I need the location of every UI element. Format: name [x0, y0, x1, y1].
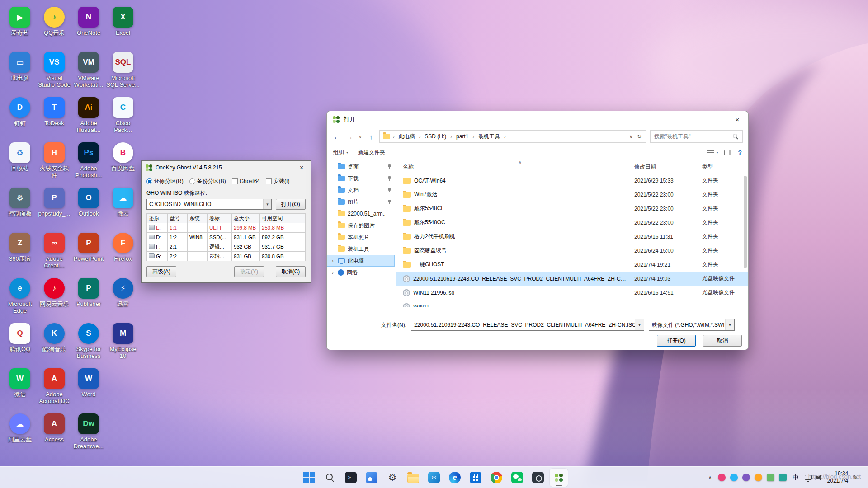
desktop-icon[interactable]: S Skype for Business [71, 321, 106, 366]
column-header[interactable]: 还原 [147, 214, 168, 223]
column-header[interactable]: 总大小 [232, 214, 260, 223]
column-header[interactable]: 类型 [698, 163, 748, 171]
tray-icon-4[interactable] [755, 474, 762, 481]
戴尔5548CL[interactable]: 戴尔5548CL 2021/5/22 23:00 文件夹 [396, 202, 748, 216]
forward-button[interactable]: → [345, 133, 354, 141]
sidebar-item[interactable]: › 网络 [327, 267, 395, 278]
desktop-icon[interactable]: W 微信 [3, 366, 37, 411]
breadcrumb-item[interactable]: SSD (H:) › [422, 132, 453, 141]
WIN11...[interactable]: WIN11... [396, 300, 748, 307]
address-dropdown-icon[interactable]: ∨ [629, 134, 633, 140]
desktop-icon[interactable]: D 钉钉 [3, 95, 37, 140]
scrollbar-thumb[interactable] [744, 176, 747, 268]
image-path-combobox[interactable]: C:\GHOST\D_WIN8.GHO ▾ [146, 199, 272, 210]
backup-partition-radio[interactable]: 备份分区(B) [189, 178, 226, 185]
search-box[interactable]: 搜索"装机工具" [650, 130, 743, 143]
desktop-icon[interactable]: SQL Microsoft SQL Serve... [106, 50, 140, 95]
expand-chevron-icon[interactable]: › [330, 258, 335, 263]
desktop-icon[interactable]: P Publisher [71, 276, 106, 321]
onekey-ghost-app[interactable] [550, 469, 568, 487]
file-explorer[interactable] [404, 469, 422, 487]
breadcrumb-item[interactable]: 此电脑 › [396, 131, 421, 142]
一键GHOST[interactable]: 一键GHOST 2021/7/4 19:21 文件夹 [396, 258, 748, 272]
sidebar-item[interactable]: › 此电脑 [327, 255, 395, 267]
edge-browser[interactable]: e [446, 469, 464, 487]
cancel-button[interactable]: 取消(C) [276, 266, 306, 277]
filetype-combobox[interactable]: 映像文件 (*.GHO;*.WIM;*.SWI ▾ [649, 319, 735, 331]
network-icon[interactable] [805, 475, 812, 480]
desktop-icon[interactable]: Z 360压缩 [3, 230, 37, 276]
desktop-icon[interactable]: ⚙ 控制面板 [3, 185, 37, 230]
sidebar-item[interactable]: › 本机照片 [327, 231, 395, 243]
ghost64-checkbox[interactable]: Ghost64 [232, 178, 260, 184]
desktop-icon[interactable]: X Excel [106, 5, 140, 50]
ime-indicator[interactable]: 中 [791, 474, 800, 482]
refresh-icon[interactable]: ↻ [637, 134, 642, 140]
breadcrumb-label[interactable]: 此电脑 [396, 131, 418, 142]
volume-icon[interactable] [816, 474, 823, 481]
up-button[interactable]: ↑ [367, 133, 376, 141]
Win7激活[interactable]: Win7激活 2021/5/22 23:00 文件夹 [396, 188, 748, 202]
show-desktop-button[interactable] [863, 467, 864, 488]
scrollbar[interactable] [743, 174, 747, 315]
open-button[interactable]: 打开(O) [657, 335, 696, 347]
desktop-icon[interactable]: VS Visual Studio Code [37, 50, 71, 95]
sidebar-item[interactable]: › 保存的图片 [327, 220, 395, 231]
help-icon[interactable]: ? [738, 149, 742, 156]
sidebar-item[interactable]: › 桌面 [327, 161, 395, 173]
back-button[interactable]: ← [332, 133, 341, 141]
breadcrumb-label[interactable]: SSD (H:) [422, 132, 449, 141]
partition-row[interactable]: G: 2:2 逻辑... 931 GB 930.8 GB [147, 252, 306, 261]
desktop-icon[interactable]: ♻ 回收站 [3, 140, 37, 185]
desktop-icon[interactable]: Ps Adobe Photosh... [71, 140, 106, 185]
view-mode-button[interactable]: ▾ [707, 150, 718, 155]
WIN11 21996.iso[interactable]: WIN11 21996.iso 2021/6/16 14:51 光盘映像文件 [396, 286, 748, 300]
breadcrumb-item[interactable]: 装机工具 › [476, 131, 506, 142]
hidden-icons-chevron[interactable]: ∧ [707, 475, 713, 480]
desktop-icon[interactable]: M MyEclipse 10 [106, 321, 140, 366]
column-header[interactable]: 名称 [396, 163, 631, 171]
desktop-icon[interactable]: H 火绒安全软件 [37, 140, 71, 185]
breadcrumb-label[interactable]: part1 [453, 132, 471, 141]
clock[interactable]: 19:34 2021/7/4 [827, 470, 849, 484]
desktop-icon[interactable]: P phpstudy_... [37, 185, 71, 230]
onekey-titlebar[interactable]: OneKey Ghost V14.5.8.215 × [142, 161, 311, 174]
desktop-icon[interactable]: Dw Adobe Dreamwe... [71, 411, 106, 456]
new-folder-button[interactable]: 新建文件夹 [358, 149, 385, 156]
sidebar-item[interactable]: › 22000.51_arm... [327, 208, 395, 220]
organize-menu[interactable]: 组织 ▾ [333, 149, 348, 156]
combo-dropdown-icon[interactable]: ▾ [635, 319, 644, 330]
tray-icon-5[interactable] [767, 474, 774, 481]
desktop-icon[interactable]: T ToDesk [37, 95, 71, 140]
sidebar-item[interactable]: › 文档 [327, 184, 395, 196]
column-header[interactable]: 修改日期 [631, 163, 698, 171]
column-header[interactable]: 盘号 [168, 214, 188, 223]
OCAT-Win64[interactable]: OCAT-Win64 2021/6/29 15:33 文件夹 [396, 174, 748, 188]
filename-combobox[interactable]: 22000.51.210619-2243.CO_RELEASE_SVC_PROD… [411, 319, 644, 331]
desktop-icon[interactable]: P PowerPoint [71, 230, 106, 276]
desktop-icon[interactable]: ☁ 阿里云盘 [3, 411, 37, 456]
desktop-icon[interactable]: K 酷狗音乐 [37, 321, 71, 366]
22000.51.210619-2243.CO_RELEASE_SVC_PROD2_CLIENTMULTI_A64FRE_ZH-CN.ISO[interactable]: 22000.51.210619-2243.CO_RELEASE_SVC_PROD… [396, 272, 748, 286]
preview-pane-icon[interactable] [724, 150, 731, 155]
microsoft-store[interactable] [467, 469, 485, 487]
戴尔5548OC[interactable]: 戴尔5548OC 2021/5/22 23:00 文件夹 [396, 216, 748, 230]
recent-locations-icon[interactable]: ∨ [358, 134, 363, 139]
desktop-icon[interactable]: C Cisco Pack... [106, 95, 140, 140]
partition-row[interactable]: F: 2:1 逻辑... 932 GB 931.7 GB [147, 242, 306, 252]
ok-button[interactable]: 确定(Y) [234, 266, 264, 277]
desktop-icon[interactable]: B 百度网盘 [106, 140, 140, 185]
desktop-icon[interactable]: Q 腾讯QQ [3, 321, 37, 366]
tray-icon-2[interactable] [730, 474, 738, 481]
desktop-icon[interactable]: VM VMware Workstati... [71, 50, 106, 95]
column-header[interactable]: 系统 [188, 214, 208, 223]
ink-workspace-icon[interactable]: ✎ [853, 474, 858, 481]
desktop-icon[interactable]: ⚡ 迅雷 [106, 276, 140, 321]
固态硬盘读号[interactable]: 固态硬盘读号 2021/6/24 15:00 文件夹 [396, 244, 748, 258]
desktop-icon[interactable]: ♪ 网易云音乐 [37, 276, 71, 321]
chrome-browser[interactable] [487, 469, 505, 487]
partition-row[interactable]: D: 1:2 WIN8 SSD(... 931.1 GB 892.2 GB [147, 233, 306, 242]
breadcrumb-label[interactable]: 装机工具 [476, 131, 503, 142]
desktop-icon[interactable]: ♪ QQ音乐 [37, 5, 71, 50]
breadcrumb-item[interactable]: part1 › [453, 132, 475, 141]
